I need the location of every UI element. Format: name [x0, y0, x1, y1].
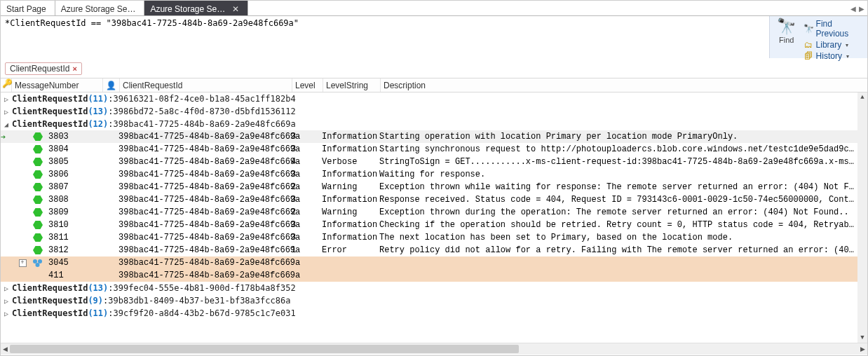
- cell-level: 3: [288, 233, 319, 242]
- expand-icon[interactable]: ▷: [1, 310, 12, 317]
- expand-icon[interactable]: ▷: [1, 297, 12, 305]
- grouping-chip[interactable]: ClientRequestId ×: [5, 62, 82, 75]
- row-type-icon: [33, 158, 47, 166]
- scroll-right-icon[interactable]: ▶: [858, 345, 867, 352]
- scroll-left-icon[interactable]: ◀: [1, 345, 10, 352]
- data-row[interactable]: 3807398bac41-7725-484b-8a69-2a9e48fc669a…: [1, 181, 857, 193]
- group-row[interactable]: ▷ClientRequestId (13): 399fec04-555e-4b8…: [1, 282, 857, 294]
- header-level-string[interactable]: LevelString: [323, 78, 381, 92]
- grouping-chip-label: ClientRequestId: [10, 64, 69, 74]
- data-row[interactable]: 3812398bac41-7725-484b-8a69-2a9e48fc669a…: [1, 244, 857, 256]
- hex-icon: [33, 170, 43, 179]
- cell-level-string: Warning: [319, 182, 377, 192]
- tab-next-icon[interactable]: ▶: [857, 5, 866, 13]
- scroll-up-icon[interactable]: ▲: [860, 93, 864, 102]
- cell-message-number: 3811: [47, 233, 116, 242]
- tab-start-page[interactable]: Start Page: [1, 1, 55, 15]
- cell-level-string: Information: [319, 144, 377, 154]
- expand-icon[interactable]: ▷: [1, 285, 12, 292]
- group-id: 39616321-08f2-4ce0-b1a8-45ac1ff182b4: [114, 94, 296, 104]
- cell-description: The next location has been set to Primar…: [377, 233, 857, 242]
- cell-client-request-id: 398bac41-7725-484b-8a69-2a9e48fc669a: [116, 271, 288, 280]
- group-label: ClientRequestId: [12, 308, 88, 318]
- hex-icon: [33, 158, 43, 166]
- data-row[interactable]: 3804398bac41-7725-484b-8a69-2a9e48fc669a…: [1, 143, 857, 156]
- group-row[interactable]: ▷ClientRequestId (11): 39cf9f20-a8d4-43b…: [1, 307, 857, 320]
- query-input[interactable]: [1, 16, 769, 58]
- hscroll-thumb[interactable]: [10, 345, 519, 353]
- tab-bar: Start Page Azure Storage Se… Azure Stora…: [1, 1, 867, 16]
- group-count: (13): [88, 107, 108, 116]
- group-row[interactable]: ▷ClientRequestId (9): 39b83db1-8409-4b37…: [1, 294, 857, 307]
- find-button[interactable]: Find: [779, 36, 794, 44]
- group-id: 398bac41-7725-484b-8a69-2a9e48fc669a: [114, 119, 296, 129]
- data-row[interactable]: 3810398bac41-7725-484b-8a69-2a9e48fc669a…: [1, 219, 857, 231]
- history-dropdown[interactable]: 🗐History▾: [803, 51, 863, 61]
- cell-description: Waiting for response.: [377, 170, 857, 179]
- tab-azure-1[interactable]: Azure Storage Se…: [55, 1, 145, 15]
- header-message-number[interactable]: MessageNumber: [12, 78, 103, 92]
- vertical-scrollbar[interactable]: ▲ ▼: [857, 93, 867, 343]
- cell-message-number: 3803: [47, 132, 116, 142]
- data-row[interactable]: ➔3803398bac41-7725-484b-8a69-2a9e48fc669…: [1, 130, 857, 143]
- cell-level: 4: [288, 157, 319, 167]
- group-label: ClientRequestId: [12, 296, 88, 306]
- group-id: 3986bd72-5a8c-4f0d-8730-d5bfd1536112: [114, 107, 296, 116]
- cell-level-string: Information: [319, 220, 377, 230]
- hex-icon: [33, 132, 43, 141]
- cell-message-number: 3810: [47, 220, 116, 230]
- cell-level-string: Error: [319, 245, 377, 255]
- cell-level: 3: [288, 170, 319, 179]
- hex-icon: [33, 145, 43, 153]
- data-grid: ▷ClientRequestId (11): 39616321-08f2-4ce…: [1, 93, 867, 343]
- group-row[interactable]: ▷ClientRequestId (13): 3986bd72-5a8c-4f0…: [1, 105, 857, 118]
- data-row[interactable]: 3806398bac41-7725-484b-8a69-2a9e48fc669a…: [1, 168, 857, 181]
- cell-message-number: 3808: [47, 195, 116, 205]
- header-description[interactable]: Description: [381, 78, 867, 92]
- cell-level: 3: [288, 195, 319, 205]
- group-row[interactable]: ◢ClientRequestId (12): 398bac41-7725-484…: [1, 118, 857, 130]
- hscroll-track[interactable]: [10, 343, 858, 355]
- cell-client-request-id: 398bac41-7725-484b-8a69-2a9e48fc669a: [116, 245, 288, 255]
- expand-icon[interactable]: ▷: [1, 95, 12, 103]
- expand-icon[interactable]: ▷: [1, 108, 12, 116]
- collapse-icon[interactable]: ◢: [1, 121, 12, 128]
- scroll-track[interactable]: [857, 102, 867, 333]
- remove-chip-icon[interactable]: ×: [72, 64, 76, 73]
- tab-nav: ◀ ▶: [849, 1, 866, 16]
- find-previous-button[interactable]: 🔭Find Previous: [803, 19, 863, 39]
- close-icon[interactable]: ✕: [232, 4, 239, 14]
- cell-level-string: Information: [319, 233, 377, 242]
- row-type-icon: [33, 145, 47, 153]
- data-row[interactable]: 3811398bac41-7725-484b-8a69-2a9e48fc669a…: [1, 231, 857, 244]
- row-type-icon: [33, 233, 47, 242]
- data-row[interactable]: 411398bac41-7725-484b-8a69-2a9e48fc669a: [1, 269, 857, 282]
- row-indent: +: [12, 259, 33, 267]
- cell-level: 3: [288, 132, 319, 142]
- data-row[interactable]: 3805398bac41-7725-484b-8a69-2a9e48fc669a…: [1, 156, 857, 168]
- header-client-request-id[interactable]: ClientRequestId: [120, 78, 292, 92]
- header-level[interactable]: Level: [292, 78, 323, 92]
- cell-message-number: 3807: [47, 182, 116, 192]
- data-row[interactable]: 3808398bac41-7725-484b-8a69-2a9e48fc669a…: [1, 193, 857, 206]
- group-id: 39cf9f20-a8d4-43b2-b67d-9785c1c7e031: [114, 308, 296, 318]
- horizontal-scrollbar[interactable]: ◀ ▶: [1, 343, 867, 355]
- expand-child-icon[interactable]: +: [19, 259, 27, 267]
- cell-message-number: 3805: [47, 157, 116, 167]
- scroll-down-icon[interactable]: ▼: [860, 333, 864, 343]
- tab-azure-2[interactable]: Azure Storage Se… ✕: [144, 1, 248, 15]
- key-icon: 🔑: [1, 78, 13, 88]
- cell-client-request-id: 398bac41-7725-484b-8a69-2a9e48fc669a: [116, 144, 288, 154]
- grouping-chip-row: ClientRequestId ×: [1, 58, 867, 78]
- group-row[interactable]: ▷ClientRequestId (11): 39616321-08f2-4ce…: [1, 93, 857, 105]
- library-dropdown[interactable]: 🗂Library▾: [803, 40, 863, 50]
- current-row-icon: ➔: [1, 132, 6, 142]
- cell-level: 3: [288, 220, 319, 230]
- data-row[interactable]: 3809398bac41-7725-484b-8a69-2a9e48fc669a…: [1, 206, 857, 219]
- group-count: (12): [88, 119, 108, 129]
- tab-prev-icon[interactable]: ◀: [849, 5, 857, 13]
- data-row[interactable]: +3045398bac41-7725-484b-8a69-2a9e48fc669…: [1, 256, 857, 269]
- cell-level-string: Verbose: [319, 157, 377, 167]
- cell-client-request-id: 398bac41-7725-484b-8a69-2a9e48fc669a: [116, 132, 288, 142]
- binoculars-icon[interactable]: 🔭: [777, 19, 796, 34]
